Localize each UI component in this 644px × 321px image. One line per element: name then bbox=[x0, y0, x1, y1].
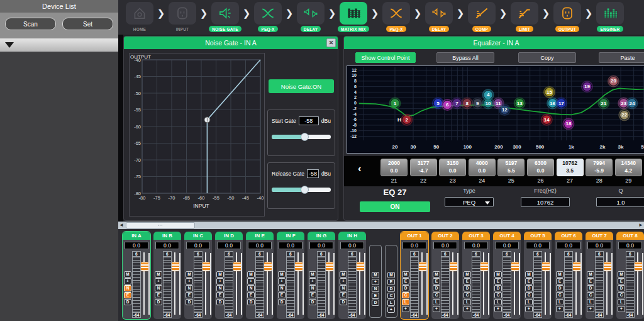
channel-gain-value[interactable]: 0.0 bbox=[495, 242, 519, 249]
channel-btn-N[interactable]: N bbox=[278, 285, 286, 291]
channel-btn-E[interactable]: E bbox=[433, 278, 440, 284]
bypass-all-button[interactable]: Bypass All bbox=[436, 52, 494, 63]
band-cell-25[interactable]: 51975.5 bbox=[497, 159, 525, 176]
channel-btn-+[interactable]: + bbox=[464, 306, 471, 312]
channel-label[interactable]: OUT 5 bbox=[524, 232, 552, 240]
copy-button[interactable]: Copy bbox=[518, 52, 576, 63]
channel-btn-M[interactable]: M bbox=[340, 271, 347, 278]
master-btn-C[interactable]: C bbox=[387, 293, 395, 299]
channel-btn-E[interactable]: E bbox=[155, 292, 162, 298]
noise-gate-graph[interactable]: OUTPUT-40-45-50-55-60-65-70-75-80-80-75-… bbox=[129, 53, 265, 217]
eq-point-14[interactable]: 14 bbox=[541, 115, 552, 125]
scroll-left-icon[interactable]: ◄ bbox=[118, 222, 125, 229]
channel-label[interactable]: IN H bbox=[338, 232, 366, 240]
eq-point-1[interactable]: 1 bbox=[390, 98, 401, 108]
fader-handle[interactable] bbox=[172, 262, 179, 271]
channel-btn-+[interactable]: + bbox=[494, 306, 502, 312]
fader-handle[interactable] bbox=[450, 262, 457, 271]
channel-label[interactable]: OUT 6 bbox=[555, 232, 582, 240]
eq-point-19[interactable]: 19 bbox=[582, 81, 592, 92]
eq-point-9[interactable]: 9 bbox=[472, 98, 483, 108]
channel-btn-L[interactable]: L bbox=[402, 299, 409, 305]
band-cell-21[interactable]: 20000.0 bbox=[380, 159, 408, 176]
channel-btn-+[interactable]: + bbox=[247, 278, 255, 284]
channel-btn-+[interactable]: + bbox=[340, 278, 347, 284]
channel-btn-L[interactable]: L bbox=[556, 299, 564, 305]
eq-point-8[interactable]: 8 bbox=[462, 98, 472, 108]
band-cell-23[interactable]: 31500.0 bbox=[439, 159, 466, 176]
channel-btn-C[interactable]: C bbox=[494, 292, 502, 298]
channel-btn-M[interactable]: M bbox=[278, 271, 286, 278]
channel-btn-D[interactable]: D bbox=[433, 285, 440, 291]
channel-btn-C[interactable]: C bbox=[464, 292, 471, 298]
channel-btn-E[interactable]: E bbox=[402, 278, 409, 284]
channel-btn-M[interactable]: M bbox=[525, 271, 533, 278]
master-btn-E[interactable]: E bbox=[387, 279, 395, 285]
toolbar-item-peq-x[interactable]: PEQ-X bbox=[380, 2, 413, 32]
toolbar-item-output[interactable]: OUTPUT bbox=[551, 2, 584, 32]
channel-btn-L[interactable]: L bbox=[618, 299, 625, 305]
channel-gain-value[interactable]: 0.0 bbox=[248, 242, 272, 249]
channel-btn-M[interactable]: M bbox=[618, 271, 625, 278]
master-btn-D[interactable]: D bbox=[372, 300, 379, 306]
channel-label[interactable]: OUT 4 bbox=[493, 232, 521, 240]
eq-point-18[interactable]: 18 bbox=[563, 118, 574, 129]
channel-btn-+[interactable]: + bbox=[124, 278, 131, 284]
slider-knob[interactable] bbox=[301, 186, 309, 194]
fader-handle[interactable] bbox=[542, 262, 550, 271]
channel-gain-value[interactable]: 0.0 bbox=[340, 242, 364, 249]
scrollbar-thumb[interactable] bbox=[126, 222, 195, 228]
scroll-right-icon[interactable]: ► bbox=[638, 222, 644, 229]
close-icon[interactable]: ✕ bbox=[326, 38, 336, 47]
channel-label[interactable]: IN G bbox=[308, 232, 335, 240]
channel-btn-E[interactable]: E bbox=[186, 292, 193, 298]
channel-gain-value[interactable]: 0.0 bbox=[433, 242, 457, 249]
channel-btn-C[interactable]: C bbox=[618, 292, 625, 298]
master-btn-N[interactable]: N bbox=[372, 286, 379, 292]
eq-point-2[interactable]: H2 bbox=[397, 115, 412, 125]
channel-gain-value[interactable]: 0.0 bbox=[526, 242, 550, 249]
eq-point-17[interactable]: 17 bbox=[556, 98, 567, 108]
freq-input[interactable]: 10762 bbox=[521, 197, 570, 207]
channel-label[interactable]: IN E bbox=[246, 232, 274, 240]
channel-btn-M[interactable]: M bbox=[309, 271, 316, 278]
channel-btn-+[interactable]: + bbox=[587, 306, 594, 312]
channel-btn-L[interactable]: L bbox=[433, 299, 440, 305]
device-dropdown[interactable] bbox=[0, 38, 118, 52]
channel-gain-value[interactable]: 0.0 bbox=[309, 242, 333, 249]
band-cell-27[interactable]: 107623.5 bbox=[557, 159, 584, 176]
channel-btn-C[interactable]: C bbox=[433, 292, 440, 298]
noise-gate-titlebar[interactable]: Noise Gate - IN A ✕ bbox=[124, 37, 338, 49]
channel-btn-D[interactable]: D bbox=[247, 299, 255, 305]
channel-btn-E[interactable]: E bbox=[464, 278, 471, 284]
toolbar-item-peq-x[interactable]: PEQ-X bbox=[252, 2, 284, 32]
channel-btn-D[interactable]: D bbox=[525, 285, 533, 291]
channel-btn-M[interactable]: M bbox=[402, 271, 409, 278]
noise-gate-power-button[interactable]: Noise Gate:ON bbox=[269, 79, 334, 93]
channel-btn-E[interactable]: E bbox=[247, 292, 255, 298]
channel-btn-D[interactable]: D bbox=[618, 285, 625, 291]
eq-on-button[interactable]: ON bbox=[360, 201, 430, 212]
band-cell-26[interactable]: 63000.0 bbox=[527, 159, 554, 176]
channel-btn-+[interactable]: + bbox=[309, 278, 316, 284]
channel-gain-value[interactable]: 0.0 bbox=[279, 242, 303, 249]
channel-btn-+[interactable]: + bbox=[278, 278, 286, 284]
band-cell-22[interactable]: 3177-4.7 bbox=[410, 159, 437, 176]
fader-handle[interactable] bbox=[419, 262, 426, 271]
channel-label[interactable]: IN D bbox=[215, 232, 243, 240]
channel-btn-E[interactable]: E bbox=[278, 292, 286, 298]
channel-btn-E[interactable]: E bbox=[340, 292, 347, 298]
channel-btn-+[interactable]: + bbox=[155, 278, 162, 284]
channel-btn-M[interactable]: M bbox=[587, 271, 594, 278]
fader-handle[interactable] bbox=[203, 262, 210, 271]
master-btn-M[interactable]: M bbox=[372, 272, 379, 278]
channel-btn-D[interactable]: D bbox=[464, 285, 471, 291]
channel-btn-E[interactable]: E bbox=[124, 292, 131, 298]
channel-btn-N[interactable]: N bbox=[216, 285, 224, 291]
channel-btn-D[interactable]: D bbox=[124, 299, 131, 305]
channel-btn-M[interactable]: M bbox=[464, 271, 471, 278]
channel-btn-D[interactable]: D bbox=[587, 285, 594, 291]
fader-handle[interactable] bbox=[141, 262, 148, 271]
channel-btn-M[interactable]: M bbox=[433, 271, 440, 278]
channel-label[interactable]: OUT 8 bbox=[616, 232, 644, 240]
